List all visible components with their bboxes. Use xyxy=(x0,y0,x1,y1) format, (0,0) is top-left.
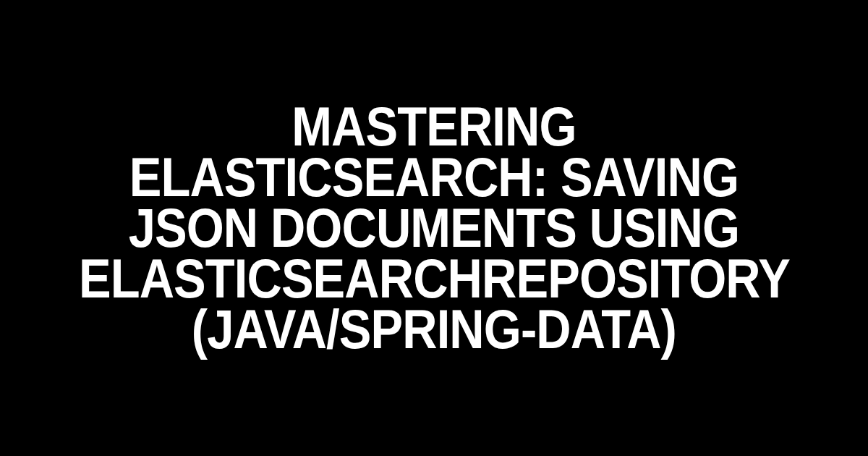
page-title: Mastering Elasticsearch: Saving JSON Doc… xyxy=(41,101,827,355)
